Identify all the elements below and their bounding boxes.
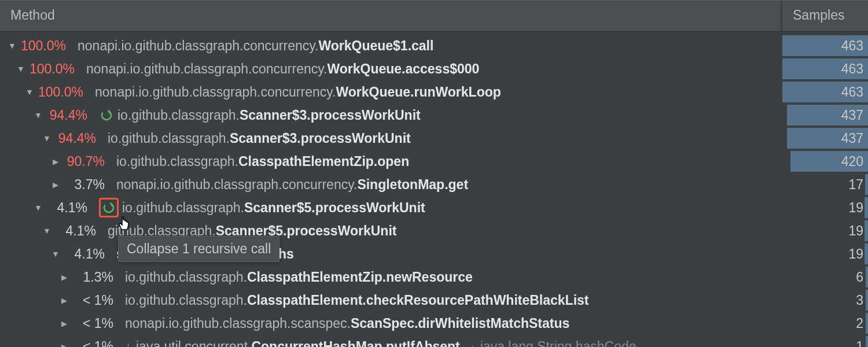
method-signature: nonapi.io.github.classgraph.scanspec.Sca… <box>125 316 569 331</box>
samples-cell: 17 <box>782 173 868 196</box>
collapse-icon[interactable] <box>33 110 43 120</box>
svg-point-1 <box>103 202 115 213</box>
tree-row[interactable]: < 1%io.github.classgraph.ClasspathElemen… <box>0 289 868 312</box>
samples-value: 2 <box>856 316 863 331</box>
method-signature: io.github.classgraph.Scanner$5.processWo… <box>122 200 425 216</box>
samples-value: 6 <box>856 270 863 285</box>
expand-icon[interactable] <box>50 180 61 189</box>
tree-row[interactable]: < 1%↓java.util.concurrent.ConcurrentHash… <box>0 335 868 347</box>
method-signature: nonapi.io.github.classgraph.concurrency.… <box>86 61 479 77</box>
samples-bar <box>866 313 868 334</box>
tree-row[interactable]: 94.4%io.github.classgraph.Scanner$3.proc… <box>0 104 868 127</box>
collapse-icon[interactable] <box>24 87 35 97</box>
tooltip: Collapse 1 recursive call <box>118 236 279 262</box>
samples-value: 463 <box>841 61 863 77</box>
method-signature: nonapi.io.github.classgraph.concurrency.… <box>95 84 501 100</box>
tree-row[interactable]: 100.0%nonapi.io.github.classgraph.concur… <box>0 80 868 104</box>
collapse-icon[interactable] <box>50 249 61 259</box>
samples-value: 17 <box>848 177 863 193</box>
collapse-icon[interactable] <box>16 64 26 73</box>
samples-value: 463 <box>841 84 863 100</box>
percentage-label: 90.7% <box>64 154 111 169</box>
samples-cell: 463 <box>782 57 868 80</box>
percentage-label: 4.1% <box>56 223 102 239</box>
samples-value: 437 <box>841 131 863 146</box>
percentage-label: < 1% <box>73 339 119 348</box>
expand-icon[interactable] <box>59 342 69 348</box>
expand-icon[interactable] <box>59 296 69 305</box>
method-signature: nonapi.io.github.classgraph.concurrency.… <box>78 38 433 54</box>
samples-value: 3 <box>856 293 863 308</box>
samples-cell: 3 <box>782 289 868 312</box>
method-signature: io.github.classgraph.ClasspathElementZip… <box>116 154 409 169</box>
samples-cell: 437 <box>782 127 868 150</box>
percentage-label: 3.7% <box>64 177 111 193</box>
samples-bar <box>865 174 868 195</box>
percentage-label: < 1% <box>73 293 119 308</box>
svg-point-0 <box>101 109 112 121</box>
tree-row[interactable]: < 1%nonapi.io.github.classgraph.scanspec… <box>0 312 868 335</box>
method-signature: io.github.classgraph.ClasspathElementZip… <box>125 270 473 285</box>
samples-cell: 437 <box>782 104 868 127</box>
tree-row[interactable]: 3.7%nonapi.io.github.classgraph.concurre… <box>0 173 868 196</box>
percentage-label: 4.1% <box>47 200 93 216</box>
table-header: Method Samples <box>0 0 868 32</box>
samples-bar <box>866 267 868 287</box>
samples-value: 437 <box>841 108 863 123</box>
samples-value: 19 <box>848 200 863 216</box>
percentage-label: 4.1% <box>64 246 111 262</box>
samples-cell: 6 <box>782 265 868 289</box>
samples-value: 420 <box>841 154 863 169</box>
collapse-icon[interactable] <box>33 203 43 212</box>
samples-bar <box>866 336 868 347</box>
column-header-method[interactable]: Method <box>0 1 782 31</box>
collapse-icon[interactable] <box>7 41 17 50</box>
collapse-icon[interactable] <box>42 226 52 235</box>
samples-cell: 19 <box>782 196 868 219</box>
tree-row[interactable]: 100.0%nonapi.io.github.classgraph.concur… <box>0 57 868 80</box>
tree-row[interactable]: 90.7%io.github.classgraph.ClasspathEleme… <box>0 150 868 173</box>
inline-arrow-icon: ↓ <box>125 339 131 347</box>
samples-cell: 420 <box>782 150 868 173</box>
expand-icon[interactable] <box>50 157 61 166</box>
percentage-label: 100.0% <box>21 38 72 54</box>
method-signature: io.github.classgraph.Scanner$3.processWo… <box>117 108 421 123</box>
method-signature: io.github.classgraph.ClasspathElement.ch… <box>125 293 589 308</box>
samples-bar <box>866 290 868 311</box>
percentage-label: 100.0% <box>38 84 89 100</box>
samples-bar <box>865 197 868 218</box>
samples-value: 19 <box>848 223 863 239</box>
percentage-label: < 1% <box>73 316 119 331</box>
tree-row[interactable]: 1.3%io.github.classgraph.ClasspathElemen… <box>0 265 868 289</box>
call-tree: 100.0%nonapi.io.github.classgraph.concur… <box>0 32 868 347</box>
recursive-call-icon[interactable] <box>99 108 114 123</box>
samples-bar <box>865 220 868 241</box>
collapse-icon[interactable] <box>42 134 52 143</box>
samples-value: 19 <box>848 246 863 262</box>
method-signature: io.github.classgraph.Scanner$3.processWo… <box>108 131 411 146</box>
percentage-label: 94.4% <box>56 131 102 146</box>
method-signature: java.util.concurrent.ConcurrentHashMap.p… <box>136 339 637 348</box>
samples-cell: 463 <box>782 80 868 104</box>
samples-cell: 19 <box>782 219 868 242</box>
samples-value: 1 <box>856 339 863 348</box>
samples-cell: 1 <box>782 335 868 347</box>
tree-row[interactable]: 94.4%io.github.classgraph.Scanner$3.proc… <box>0 127 868 150</box>
tree-row[interactable]: 100.0%nonapi.io.github.classgraph.concur… <box>0 34 868 57</box>
cursor-pointer-icon <box>116 215 133 237</box>
samples-value: 463 <box>841 38 863 54</box>
samples-cell: 2 <box>782 312 868 335</box>
samples-cell: 19 <box>782 242 868 265</box>
expand-icon[interactable] <box>59 273 69 282</box>
recursive-call-icon[interactable] <box>99 198 119 217</box>
percentage-label: 100.0% <box>30 61 80 77</box>
samples-cell: 463 <box>782 34 868 57</box>
percentage-label: 1.3% <box>73 270 119 285</box>
method-signature: nonapi.io.github.classgraph.concurrency.… <box>116 177 468 193</box>
expand-icon[interactable] <box>59 319 69 328</box>
samples-bar <box>865 243 868 264</box>
percentage-label: 94.4% <box>47 108 93 123</box>
column-header-samples[interactable]: Samples <box>782 1 868 31</box>
